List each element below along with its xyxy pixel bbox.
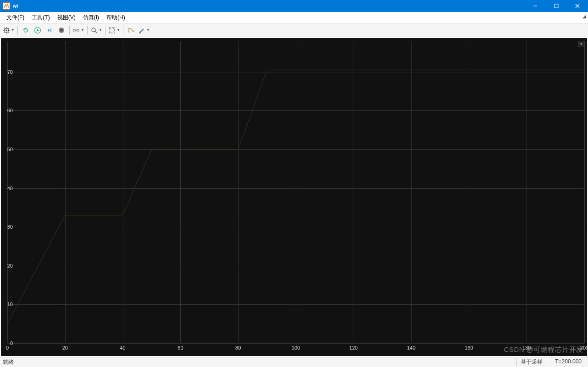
plot-area: ▾ 02040608010012014016018020001020304050… (0, 37, 588, 357)
triggers-icon (72, 27, 80, 34)
xtick-label: 140 (407, 345, 415, 351)
ytick-label: 60 (5, 108, 13, 113)
toolbar (0, 23, 588, 37)
cursor-measurements-icon (128, 27, 135, 34)
gridline-v (123, 41, 123, 343)
xtick-label: 200 (580, 345, 588, 351)
svg-line-10 (4, 28, 5, 29)
xtick-label: 100 (292, 345, 300, 351)
fit-button[interactable] (108, 25, 121, 36)
status-time: T=200.000 (551, 358, 585, 366)
statusbar: 就绪 基于采样 T=200.000 (0, 357, 588, 367)
gridline-v (65, 41, 66, 343)
svg-rect-21 (73, 29, 75, 31)
plot-frame[interactable]: ▾ 02040608010012014016018020001020304050… (1, 38, 587, 356)
cursor-button[interactable] (126, 25, 137, 36)
minimize-button[interactable] (525, 0, 546, 12)
stop-button[interactable] (56, 25, 67, 36)
gridline-v (180, 41, 181, 343)
gridline-h (7, 343, 584, 344)
menu-sim[interactable]: 仿真(I) (79, 12, 103, 23)
ytick-label: 0 (5, 340, 13, 346)
svg-line-13 (8, 28, 9, 29)
gridline-v (296, 41, 296, 343)
xtick-label: 120 (349, 345, 358, 351)
gridline-h (7, 266, 584, 266)
triggers-button[interactable] (72, 25, 85, 36)
svg-line-25 (95, 31, 97, 33)
gridline-v (527, 41, 527, 343)
ytick-label: 30 (5, 224, 13, 230)
chart-axes[interactable]: ▾ 02040608010012014016018020001020304050… (7, 41, 584, 343)
svg-rect-18 (50, 28, 51, 32)
window-title: wr (13, 3, 19, 9)
menu-tools[interactable]: 工具(T) (28, 12, 53, 23)
svg-point-24 (92, 28, 95, 32)
settings-button[interactable] (2, 25, 15, 36)
ytick-label: 10 (5, 301, 13, 307)
svg-line-11 (8, 32, 9, 33)
gridline-v (469, 41, 469, 343)
play-icon (34, 27, 41, 34)
gridline-h (7, 188, 584, 189)
gridline-v (354, 41, 354, 343)
ytick-label: 40 (5, 186, 13, 191)
zoom-icon (90, 27, 98, 34)
app-icon (3, 2, 10, 10)
menu-help[interactable]: 帮助(H) (103, 12, 129, 23)
restart-button[interactable] (20, 25, 31, 36)
maximize-button[interactable] (546, 0, 567, 12)
ytick-label: 50 (5, 147, 13, 152)
gridline-h (7, 149, 584, 150)
status-mode: 基于采样 (516, 358, 546, 366)
gridline-h (7, 304, 584, 305)
close-button[interactable] (567, 0, 588, 12)
stop-icon (58, 27, 65, 34)
svg-marker-16 (37, 29, 39, 32)
run-button[interactable] (32, 25, 43, 36)
restart-icon (22, 27, 29, 34)
svg-rect-1 (555, 4, 558, 8)
xtick-label: 40 (120, 345, 125, 351)
xtick-label: 80 (235, 345, 241, 351)
step-forward-icon (46, 27, 53, 34)
svg-rect-22 (77, 29, 79, 31)
gridline-v (411, 41, 412, 343)
gridline-h (7, 72, 584, 72)
menubar: 文件(F) 工具(T) 视图(V) 仿真(I) 帮助(H) ◢ (0, 12, 588, 23)
zoom-button[interactable] (90, 25, 103, 36)
gridline-v (584, 41, 585, 343)
xtick-label: 20 (62, 345, 68, 351)
xtick-label: 160 (465, 345, 473, 351)
gridline-v (238, 41, 239, 343)
gear-icon (3, 27, 10, 34)
menu-view[interactable]: 视图(V) (54, 12, 79, 23)
legend-toggle-icon[interactable]: ▾ (578, 41, 584, 47)
xtick-label: 180 (522, 345, 531, 351)
gridline-h (7, 227, 584, 227)
gridline-h (7, 110, 584, 111)
highlight-icon (138, 27, 145, 34)
svg-line-12 (4, 32, 5, 33)
titlebar: wr (0, 0, 588, 12)
step-button[interactable] (44, 25, 55, 36)
fit-to-view-icon (108, 27, 116, 34)
gridline-v (7, 41, 8, 343)
menubar-overflow-icon[interactable]: ◢ (582, 14, 586, 19)
menu-file[interactable]: 文件(F) (3, 12, 28, 23)
svg-rect-20 (61, 29, 63, 31)
svg-marker-17 (48, 28, 50, 32)
svg-point-5 (6, 29, 7, 31)
status-left: 就绪 (3, 358, 14, 366)
xtick-label: 60 (178, 345, 183, 351)
highlight-button[interactable] (138, 25, 150, 36)
ytick-label: 70 (5, 69, 13, 75)
ytick-label: 20 (5, 263, 13, 268)
